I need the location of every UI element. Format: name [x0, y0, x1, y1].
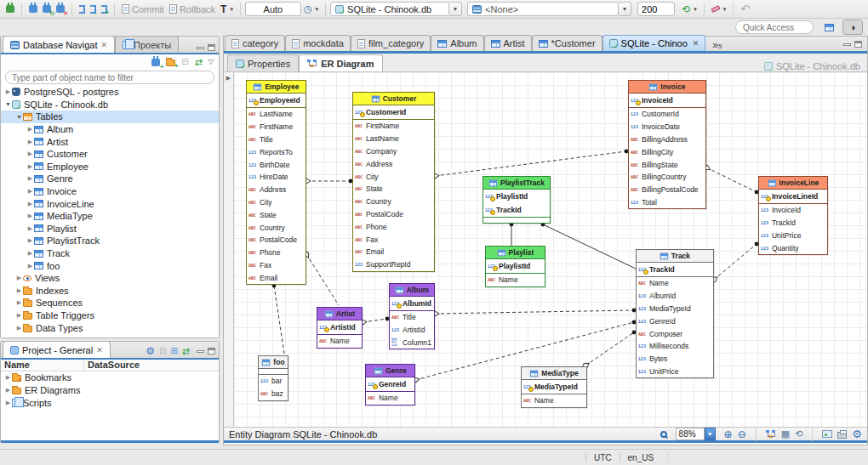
field-lastname[interactable]: ABCLastName: [353, 133, 434, 145]
expand-arrow-icon[interactable]: ▶: [4, 387, 12, 394]
fetch-size-input[interactable]: [637, 2, 675, 16]
entity-genre[interactable]: Genre123GenreIdABCName: [365, 364, 415, 405]
rollback-button[interactable]: Rollback: [167, 3, 218, 15]
project-item-bookmarks[interactable]: ▶Bookmarks: [1, 371, 219, 384]
entity-invoiceline[interactable]: InvoiceLine123InvoiceLineId123InvoiceId1…: [758, 176, 828, 255]
entity-header[interactable]: foo: [259, 356, 288, 369]
field-address[interactable]: ABCAddress: [247, 184, 306, 196]
schema-select[interactable]: <None>: [467, 2, 619, 16]
field-invoiceid[interactable]: 123InvoiceId: [759, 204, 827, 217]
transaction-mode-button[interactable]: T▾: [218, 3, 236, 16]
field-country[interactable]: ABCCountry: [353, 196, 434, 208]
field-playlistid[interactable]: 123PlaylistId: [486, 259, 545, 273]
entity-customer[interactable]: Customer123CustomerIdABCFirstNameABCLast…: [352, 92, 435, 272]
field-country[interactable]: ABCCountry: [247, 221, 306, 234]
expand-arrow-icon[interactable]: ▼: [15, 114, 23, 120]
field-trackid[interactable]: 123TrackId: [483, 203, 550, 217]
field-state[interactable]: ABCState: [247, 208, 306, 221]
entity-track[interactable]: Track123TrackIdABCName123AlbumId123Media…: [636, 249, 714, 378]
column-datasource[interactable]: DataSource: [84, 360, 143, 371]
field-email[interactable]: ABCEmail: [247, 271, 306, 284]
tab-projects[interactable]: Проекты: [115, 36, 179, 53]
expand-all-icon[interactable]: ⊞: [170, 347, 177, 355]
open-sql-script-button[interactable]: →: [88, 4, 99, 14]
locale-indicator[interactable]: en_US: [620, 453, 662, 462]
entity-header[interactable]: Artist: [317, 308, 362, 320]
field-title[interactable]: ABCTitle: [390, 311, 434, 324]
search-icon[interactable]: [660, 431, 667, 438]
tree-item-invoice[interactable]: ▶Invoice: [1, 185, 219, 198]
field-bytes[interactable]: 123Bytes: [637, 353, 713, 366]
field-invoicelineid[interactable]: 123InvoiceLineId: [759, 190, 827, 203]
connect-button[interactable]: [26, 4, 40, 14]
editor-tab-album[interactable]: Album: [431, 35, 483, 51]
refresh-diagram-icon[interactable]: ⟲: [795, 429, 802, 439]
tree-item-genre[interactable]: ▶Genre: [1, 173, 219, 185]
field-unitprice[interactable]: 123UnitPrice: [759, 230, 827, 242]
field-postalcode[interactable]: ABCPostalCode: [247, 234, 306, 247]
field-baz[interactable]: ABCbaz: [259, 388, 288, 400]
field-hiredate[interactable]: 123HireDate: [247, 171, 306, 184]
field-genreid[interactable]: 123GenreId: [366, 377, 414, 391]
editor-tab-category[interactable]: category: [225, 35, 285, 51]
expand-arrow-icon[interactable]: ▶: [15, 287, 23, 294]
field-fax[interactable]: ABCFax: [353, 233, 434, 246]
tree-item-foo[interactable]: ▶foo: [1, 259, 219, 272]
tab-database-navigator[interactable]: Database Navigat✕: [3, 36, 115, 53]
entity-header[interactable]: InvoiceLine: [759, 177, 827, 190]
dbeaver-perspective-button[interactable]: ◑: [842, 20, 863, 35]
field-supportrepid[interactable]: 123SupportRepId: [353, 258, 434, 271]
entity-foo[interactable]: foo123barABCbaz: [258, 355, 288, 401]
quick-access-input[interactable]: [735, 20, 814, 34]
field-albumid[interactable]: 123AlbumId: [390, 297, 434, 310]
subtab-properties[interactable]: Properties: [227, 54, 299, 71]
field-fax[interactable]: ABCFax: [247, 259, 306, 272]
expand-arrow-icon[interactable]: ▶: [26, 263, 34, 269]
field-name[interactable]: ABCName: [486, 274, 545, 286]
field-composer[interactable]: ABCComposer: [637, 327, 713, 340]
print-icon[interactable]: [837, 432, 847, 439]
tree-item-postgresql-postgres[interactable]: ▶PostgreSQL - postgres: [1, 86, 219, 99]
field-phone[interactable]: ABCPhone: [247, 247, 306, 259]
entity-playlisttrack[interactable]: PlaylistTrack123PlaylistId123TrackId: [483, 176, 551, 224]
entity-header[interactable]: Track: [637, 250, 713, 263]
field-reportsto[interactable]: 123ReportsTo: [247, 145, 306, 158]
tree-item-artist[interactable]: ▶Artist: [1, 135, 219, 148]
field-bar[interactable]: 123bar: [259, 375, 288, 388]
field-customerid[interactable]: 123CustomerId: [629, 108, 705, 121]
minimize-button[interactable]: [843, 43, 851, 46]
field-albumid[interactable]: 123AlbumId: [637, 290, 713, 303]
field-customerid[interactable]: 123CustomerId: [353, 105, 434, 119]
tree-item-sqlite-chinook-db[interactable]: ▼SQLite - Chinook.db: [1, 99, 219, 111]
maximize-button[interactable]: [208, 348, 215, 354]
expand-arrow-icon[interactable]: ▶: [26, 250, 34, 257]
expand-arrow-icon[interactable]: ▶: [26, 188, 34, 195]
new-connection-toolbar-icon[interactable]: +: [151, 59, 160, 66]
expand-arrow-icon[interactable]: ▶: [26, 237, 34, 244]
entity-header[interactable]: Customer: [353, 93, 434, 105]
expand-arrow-icon[interactable]: ▶: [26, 139, 34, 145]
expand-arrow-icon[interactable]: ▶: [26, 225, 34, 232]
entity-header[interactable]: Genre: [366, 365, 414, 377]
entity-invoice[interactable]: Invoice123InvoiceId123CustomerId123Invoi…: [628, 80, 706, 209]
tree-item-playlisttrack[interactable]: ▶PlaylistTrack: [1, 235, 219, 247]
gear-icon[interactable]: ⚙: [146, 346, 155, 356]
zoom-in-icon[interactable]: ⊕: [724, 429, 733, 439]
entity-header[interactable]: Playlist: [486, 247, 545, 259]
connection-select-arrow[interactable]: ▼: [449, 2, 462, 16]
grid-icon[interactable]: ▦: [781, 429, 790, 439]
field-firstname[interactable]: ABCFirstName: [353, 120, 434, 133]
field-name[interactable]: ABCName: [366, 392, 414, 405]
sql-editor-button[interactable]: [77, 4, 88, 14]
column-name[interactable]: Name: [1, 360, 84, 371]
editor-tab-sqlite-chinoo[interactable]: SQLite - Chinoo✕: [602, 35, 706, 51]
field-billingaddress[interactable]: ABCBillingAddress: [629, 133, 705, 146]
expand-arrow-icon[interactable]: ▶: [26, 163, 34, 170]
reconnect-button[interactable]: ↻: [40, 4, 54, 14]
tree-item-table-triggers[interactable]: ▶Table Triggers: [1, 309, 219, 322]
entity-artist[interactable]: Artist123ArtistIdABCName: [317, 307, 363, 349]
expand-arrow-icon[interactable]: ▶: [26, 126, 34, 133]
field-city[interactable]: ABCCity: [247, 196, 306, 209]
field-trackid[interactable]: 123TrackId: [637, 263, 713, 276]
new-folder-icon[interactable]: +: [166, 60, 175, 66]
